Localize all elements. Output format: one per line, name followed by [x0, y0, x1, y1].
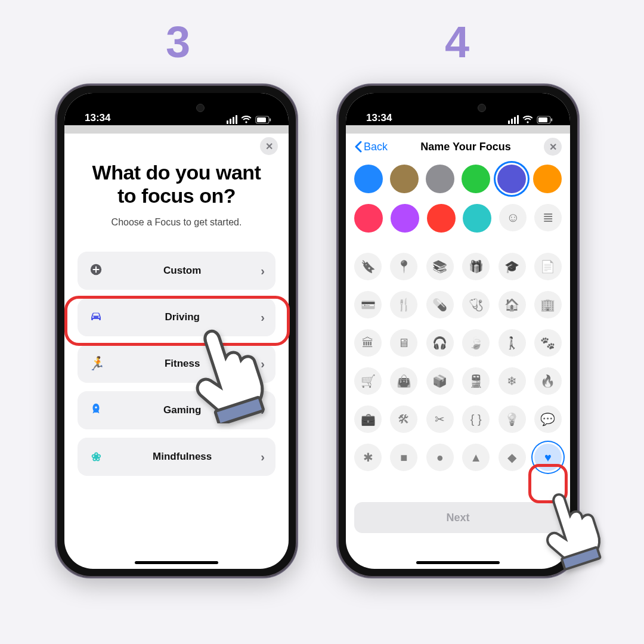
- icon-display[interactable]: 🖥: [390, 329, 417, 357]
- focus-option-custom[interactable]: Custom ›: [78, 252, 275, 290]
- dynamic-island: [138, 98, 215, 118]
- chevron-right-icon: ›: [261, 450, 265, 464]
- icon-heart[interactable]: ♥: [534, 444, 562, 471]
- chevron-right-icon: ›: [261, 264, 265, 278]
- icon-train[interactable]: 🚆: [462, 367, 490, 395]
- plus-circle-icon: [88, 263, 104, 279]
- svg-rect-1: [257, 117, 266, 122]
- icon-leaf[interactable]: 🍃: [462, 329, 490, 357]
- chevron-left-icon: [354, 141, 363, 153]
- color-swatch[interactable]: [462, 165, 490, 193]
- icon-pills[interactable]: 💊: [426, 291, 454, 318]
- icon-speech[interactable]: 💬: [534, 405, 562, 433]
- nav-bar: Back Name Your Focus ✕: [346, 134, 570, 160]
- icon-bag[interactable]: 👜: [390, 367, 417, 395]
- svg-rect-7: [551, 118, 552, 121]
- icon-books[interactable]: 📚: [426, 253, 454, 280]
- icon-headphones[interactable]: 🎧: [426, 329, 454, 357]
- rocket-icon: [88, 402, 104, 419]
- color-swatch[interactable]: [427, 204, 456, 233]
- icon-paw[interactable]: 🐾: [534, 329, 562, 357]
- status-time: 13:34: [366, 112, 392, 124]
- color-swatch[interactable]: [426, 165, 454, 193]
- icon-pin[interactable]: 📍: [390, 253, 417, 280]
- status-time: 13:34: [85, 112, 110, 124]
- icon-briefcase[interactable]: 💼: [354, 405, 382, 433]
- icon-utensils[interactable]: 🍴: [390, 291, 417, 318]
- pointer-hand-icon: [182, 316, 272, 423]
- back-label: Back: [364, 141, 388, 153]
- focus-option-mindfulness[interactable]: ❀ Mindfulness ›: [78, 438, 275, 476]
- color-swatch[interactable]: [354, 204, 383, 233]
- focus-heading: What do you want to focus on?: [64, 125, 289, 212]
- icon-square[interactable]: ■: [390, 444, 417, 471]
- step-number-3: 3: [166, 17, 190, 67]
- wifi-icon: [241, 116, 252, 124]
- svg-rect-2: [270, 118, 271, 121]
- close-button[interactable]: ✕: [260, 137, 278, 155]
- pointer-hand-icon: [535, 481, 607, 570]
- icon-asterisk[interactable]: ✱: [354, 444, 382, 471]
- icon-stethoscope[interactable]: 🩺: [462, 291, 490, 318]
- color-swatch[interactable]: [354, 165, 383, 193]
- icon-snowflake[interactable]: ❄︎: [499, 367, 526, 395]
- icon-bookmark[interactable]: 🔖: [354, 253, 382, 280]
- icon-cart[interactable]: 🛒: [354, 367, 382, 395]
- icon-grad-cap[interactable]: 🎓: [499, 253, 526, 280]
- car-icon: [88, 310, 104, 325]
- icon-building[interactable]: 🏢: [534, 291, 562, 318]
- icon-scissors[interactable]: ✂︎: [426, 405, 454, 433]
- svg-rect-6: [538, 117, 547, 122]
- focus-option-label: Mindfulness: [104, 451, 261, 463]
- nav-title: Name Your Focus: [420, 141, 510, 153]
- close-button[interactable]: ✕: [544, 138, 562, 156]
- sheet-grabber-area: [64, 125, 289, 134]
- icon-lightbulb[interactable]: 💡: [499, 405, 526, 433]
- cellular-icon: [508, 115, 519, 124]
- icon-document[interactable]: 📄: [534, 253, 562, 280]
- icon-braces[interactable]: { }: [462, 405, 490, 433]
- battery-icon: [537, 116, 553, 124]
- icon-triangle[interactable]: ▲: [462, 444, 490, 471]
- icon-circle[interactable]: ●: [426, 444, 454, 471]
- next-label: Next: [446, 512, 469, 524]
- dynamic-island: [419, 98, 497, 118]
- icon-tools[interactable]: 🛠: [390, 405, 417, 433]
- icon-diamond[interactable]: ◆: [499, 444, 526, 471]
- icon-flame[interactable]: 🔥: [534, 367, 562, 395]
- battery-icon: [255, 116, 272, 124]
- icon-credit-card[interactable]: 💳: [354, 291, 382, 318]
- next-button[interactable]: Next: [354, 502, 562, 533]
- icon-bank[interactable]: 🏛: [354, 329, 382, 357]
- color-swatch[interactable]: [497, 165, 526, 193]
- step-number-4: 4: [445, 17, 469, 67]
- list-button[interactable]: ≣: [534, 204, 562, 231]
- home-indicator: [135, 561, 218, 564]
- runner-icon: 🏃: [88, 356, 104, 371]
- color-swatch[interactable]: [391, 204, 419, 233]
- emoji-button[interactable]: ☺: [499, 204, 527, 231]
- color-swatch[interactable]: [533, 165, 562, 193]
- cellular-icon: [227, 115, 237, 124]
- wifi-icon: [522, 116, 533, 124]
- back-button[interactable]: Back: [354, 141, 388, 153]
- color-swatch[interactable]: [463, 204, 491, 233]
- home-indicator: [416, 561, 500, 564]
- icon-person[interactable]: 🚶: [499, 329, 526, 357]
- focus-subtitle: Choose a Focus to get started.: [64, 217, 289, 228]
- icon-box[interactable]: 📦: [426, 367, 454, 395]
- focus-option-label: Custom: [104, 265, 261, 277]
- flower-icon: ❀: [88, 450, 104, 464]
- icon-gift[interactable]: 🎁: [462, 253, 490, 280]
- icon-home[interactable]: 🏠: [499, 291, 526, 318]
- color-swatch[interactable]: [390, 165, 419, 193]
- sheet-grabber-area: [346, 125, 570, 134]
